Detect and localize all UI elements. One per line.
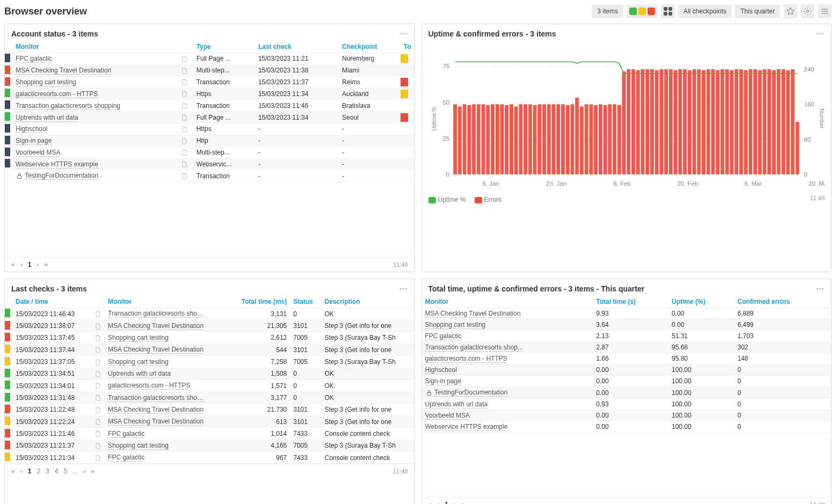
dashboard-icon[interactable] <box>91 320 105 332</box>
pager-page[interactable]: 2 <box>37 468 40 475</box>
dashboard-icon[interactable] <box>91 416 105 428</box>
pager-page[interactable]: ... <box>72 468 78 475</box>
pager-last[interactable]: » <box>91 468 94 475</box>
table-row[interactable]: 15/03/2023 11:34:01 galacticresorts.com … <box>5 380 415 392</box>
dashboard-icon[interactable] <box>91 380 105 392</box>
table-row[interactable]: 15/03/2023 11:21:46 FPC galactic 1,014 7… <box>5 428 415 440</box>
favorite-button[interactable] <box>783 4 797 18</box>
table-row[interactable]: Transaction galacticresorts shop... 2.87… <box>422 342 832 353</box>
dashboard-icon[interactable] <box>91 308 105 320</box>
monitor-link[interactable]: MSA Checking Travel Destination <box>108 322 203 330</box>
monitor-link[interactable]: MSA Checking Travel Destination <box>108 346 203 354</box>
col-errors[interactable]: Confirmed errors <box>734 296 831 308</box>
dashboard-icon[interactable] <box>177 76 193 88</box>
table-row[interactable]: Highschool Https - - <box>5 123 415 135</box>
pager-next[interactable]: › <box>37 261 39 268</box>
col-checkpoint[interactable]: Checkpoint <box>339 41 401 53</box>
table-row[interactable]: FPC galactic 2.13 51.31 1,703 <box>422 331 832 342</box>
monitor-link[interactable]: Uptrends with url data <box>425 400 488 408</box>
table-row[interactable]: Shopping cart testing 3.64 0.00 6,499 <box>422 319 832 331</box>
table-row[interactable]: Voorbeeld MSA 0.00 100.00 0 <box>422 410 832 421</box>
table-row[interactable]: 15/03/2023 11:21:34 FPC galactic 967 743… <box>5 452 415 464</box>
panel-menu[interactable]: ⋯ <box>816 283 825 294</box>
monitor-link[interactable]: TestingForDocumentation <box>25 172 98 180</box>
dashboard-icon[interactable] <box>177 123 193 135</box>
table-row[interactable]: Webservice HTTPS example 0.00 100.00 0 <box>422 421 832 432</box>
pager-page[interactable]: 5 <box>63 468 67 475</box>
monitor-link[interactable]: Highschool <box>16 125 47 133</box>
table-row[interactable]: Uptrends with url data 0.93 100.00 0 <box>422 398 832 410</box>
col-monitor[interactable]: Monitor <box>12 41 177 53</box>
items-filter[interactable]: 3 items <box>592 5 623 18</box>
checkpoints-filter[interactable]: All checkpoints <box>678 5 732 18</box>
pager-page[interactable]: 4 <box>55 468 59 475</box>
monitor-link[interactable]: Webservice HTTPS example <box>425 423 508 431</box>
dashboard-icon[interactable] <box>177 170 193 182</box>
monitor-link[interactable]: Highschool <box>425 366 457 374</box>
dashboard-icon[interactable] <box>177 112 193 123</box>
col-time[interactable]: Total time (s) <box>593 296 668 308</box>
table-row[interactable]: 15/03/2023 11:31:48 Transaction galactic… <box>5 392 415 404</box>
status-color-filter[interactable] <box>627 5 658 18</box>
pager-prev[interactable]: ‹ <box>20 261 23 268</box>
table-row[interactable]: MSA Checking Travel Destination 9.93 0.0… <box>422 308 832 319</box>
monitor-link[interactable]: Sign-in page <box>425 377 461 385</box>
table-row[interactable]: galacticresorts.com - HTTPS 1.66 95.80 1… <box>422 353 832 364</box>
table-row[interactable]: 15/03/2023 11:34:51 Uptrends with url da… <box>5 368 415 379</box>
monitor-link[interactable]: Shopping cart testing <box>425 321 486 329</box>
col-monitor[interactable]: Monitor <box>422 296 593 308</box>
pager-first[interactable]: « <box>11 261 15 268</box>
table-row[interactable]: MSA Checking Travel Destination Multi-st… <box>5 64 415 76</box>
table-row[interactable]: Webservice HTTPS example Webservic... - … <box>5 158 415 170</box>
table-row[interactable]: 15/03/2023 11:22:48 MSA Checking Travel … <box>5 404 415 415</box>
monitor-link[interactable]: Shopping cart testing <box>108 442 169 450</box>
table-row[interactable]: Uptrends with url data Full Page ... 15/… <box>5 112 415 123</box>
pager-next[interactable]: › <box>454 501 456 504</box>
dashboard-icon[interactable] <box>91 356 105 368</box>
col-monitor[interactable]: Monitor <box>105 296 228 308</box>
monitor-link[interactable]: Webservice HTTPS example <box>16 160 98 169</box>
dashboard-icon[interactable] <box>91 392 105 404</box>
monitor-link[interactable]: Voorbeeld MSA <box>425 412 470 420</box>
dashboard-icon[interactable] <box>91 428 105 440</box>
monitor-link[interactable]: Shopping cart testing <box>108 358 169 366</box>
table-row[interactable]: TestingForDocumentation Transaction - - <box>5 170 415 182</box>
dashboard-icon[interactable] <box>91 440 105 451</box>
table-row[interactable]: Voorbeeld MSA Multi-step... - - <box>5 147 415 158</box>
col-time[interactable]: Total time (ms) <box>228 296 290 308</box>
table-row[interactable]: Highschool 0.00 100.00 0 <box>422 364 832 376</box>
monitor-link[interactable]: Transaction galacticresorts shop... <box>108 394 205 402</box>
monitor-link[interactable]: TestingForDocumentation <box>434 389 508 397</box>
dashboard-icon[interactable] <box>91 332 105 344</box>
pager-page[interactable]: 1 <box>28 468 32 475</box>
col-to[interactable]: To <box>401 41 415 53</box>
panel-menu[interactable]: ⋯ <box>816 28 825 39</box>
table-row[interactable]: Shopping cart testing Transaction 15/03/… <box>5 76 415 88</box>
monitor-link[interactable]: Transaction galacticresorts shopping <box>16 102 120 110</box>
monitor-link[interactable]: FPC galactic <box>16 55 52 63</box>
monitor-link[interactable]: Shopping cart testing <box>108 334 169 342</box>
col-uptime[interactable]: Uptime (%) <box>668 296 734 308</box>
panel-menu[interactable]: ⋯ <box>399 283 408 294</box>
table-row[interactable]: 15/03/2023 11:37:45 Shopping cart testin… <box>5 332 415 344</box>
col-datetime[interactable]: Date / time <box>12 296 91 308</box>
monitor-link[interactable]: Uptrends with url data <box>108 370 171 378</box>
monitor-link[interactable]: Voorbeeld MSA <box>16 149 60 157</box>
monitor-link[interactable]: MSA Checking Travel Destination <box>16 67 111 75</box>
monitor-link[interactable]: MSA Checking Travel Destination <box>108 406 203 414</box>
table-row[interactable]: 15/03/2023 11:38:07 MSA Checking Travel … <box>5 320 415 332</box>
table-row[interactable]: Sign-in page 0.00 100.00 0 <box>422 376 832 387</box>
monitor-link[interactable]: galacticresorts.com - HTTPS <box>16 90 98 98</box>
table-row[interactable]: Transaction galacticresorts shopping Tra… <box>5 100 415 112</box>
pager-first[interactable]: « <box>11 468 15 475</box>
table-row[interactable]: galacticresorts.com - HTTPS Https 15/03/… <box>5 88 415 100</box>
panel-menu[interactable]: ⋯ <box>399 28 408 39</box>
monitor-link[interactable]: Shopping cart testing <box>16 78 76 86</box>
dashboard-icon[interactable] <box>91 344 105 356</box>
col-status[interactable]: Status <box>290 296 321 308</box>
dashboard-icon[interactable] <box>177 64 193 76</box>
col-type[interactable]: Type <box>193 41 255 53</box>
pager-page[interactable]: 3 <box>46 468 49 475</box>
monitor-link[interactable]: MSA Checking Travel Destination <box>108 418 203 426</box>
time-range-filter[interactable]: This quarter <box>735 5 780 18</box>
